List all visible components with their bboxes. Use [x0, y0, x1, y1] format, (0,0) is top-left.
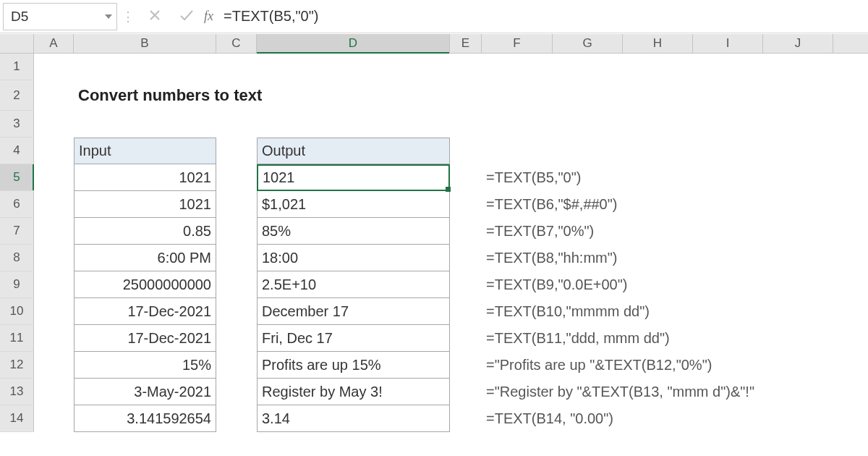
cell[interactable] — [763, 111, 833, 138]
cell-input[interactable]: 1021 — [74, 164, 216, 191]
cell[interactable] — [482, 111, 553, 138]
cell-input[interactable]: 0.85 — [74, 218, 216, 245]
cell[interactable] — [623, 245, 693, 271]
cell[interactable] — [693, 379, 763, 405]
cell[interactable] — [623, 325, 693, 352]
cell[interactable] — [216, 271, 257, 298]
table-header-output[interactable]: Output — [257, 138, 450, 164]
cell[interactable] — [34, 325, 74, 352]
cell[interactable] — [34, 352, 74, 379]
name-box-dropdown-icon[interactable] — [101, 14, 116, 19]
formula-input[interactable] — [219, 3, 868, 30]
row-header[interactable]: 1 — [0, 54, 34, 80]
cell[interactable] — [693, 191, 763, 218]
col-header-C[interactable]: C — [216, 34, 257, 53]
row-header[interactable]: 14 — [0, 405, 34, 432]
cell[interactable] — [450, 245, 482, 271]
col-header-B[interactable]: B — [74, 34, 216, 53]
cell[interactable] — [553, 325, 623, 352]
cell-output[interactable]: Register by May 3! — [257, 379, 450, 405]
cell[interactable] — [693, 271, 763, 298]
cell[interactable] — [450, 298, 482, 325]
cell-input[interactable]: 17-Dec-2021 — [74, 298, 216, 325]
cell[interactable] — [450, 379, 482, 405]
cell[interactable] — [34, 80, 74, 111]
cell[interactable] — [216, 138, 257, 164]
cell[interactable] — [553, 164, 623, 191]
row-header[interactable]: 4 — [0, 138, 34, 164]
cell[interactable] — [34, 138, 74, 164]
cell-input[interactable]: 6:00 PM — [74, 245, 216, 271]
cell[interactable] — [693, 218, 763, 245]
cell[interactable] — [34, 271, 74, 298]
cell[interactable] — [763, 298, 833, 325]
cell[interactable] — [693, 352, 763, 379]
cell[interactable] — [763, 80, 833, 111]
cell[interactable] — [450, 54, 482, 80]
cell[interactable] — [553, 218, 623, 245]
col-header-A[interactable]: A — [34, 34, 74, 53]
row-header[interactable]: 13 — [0, 379, 34, 405]
cell[interactable] — [216, 191, 257, 218]
cell[interactable] — [623, 271, 693, 298]
row-header[interactable]: 6 — [0, 191, 34, 218]
cell-formula[interactable]: ="Register by "&TEXT(B13, "mmm d")&"!" — [482, 379, 553, 405]
cell[interactable] — [450, 138, 482, 164]
cell-input[interactable]: 15% — [74, 352, 216, 379]
cell[interactable] — [34, 111, 74, 138]
row-header[interactable]: 10 — [0, 298, 34, 325]
cell[interactable] — [763, 271, 833, 298]
cell[interactable] — [763, 405, 833, 432]
cell[interactable] — [216, 111, 257, 138]
cell-input[interactable]: 3-May-2021 — [74, 379, 216, 405]
cell[interactable] — [450, 80, 482, 111]
cell[interactable] — [257, 54, 450, 80]
cell-output[interactable]: 85% — [257, 218, 450, 245]
cell[interactable] — [450, 325, 482, 352]
table-header-input[interactable]: Input — [74, 138, 216, 164]
select-all-corner[interactable] — [0, 34, 34, 53]
cell[interactable] — [216, 325, 257, 352]
row-header[interactable]: 3 — [0, 111, 34, 138]
cell[interactable] — [553, 111, 623, 138]
cell-input[interactable]: 17-Dec-2021 — [74, 325, 216, 352]
cell-formula[interactable]: =TEXT(B5,"0") — [482, 164, 553, 191]
cell[interactable] — [623, 111, 693, 138]
cell[interactable] — [553, 138, 623, 164]
cell[interactable] — [216, 298, 257, 325]
cell[interactable] — [763, 218, 833, 245]
cell[interactable] — [623, 352, 693, 379]
cell-input[interactable]: 3.141592654 — [74, 405, 216, 432]
cell-formula[interactable]: =TEXT(B14, "0.00") — [482, 405, 553, 432]
cell[interactable] — [623, 191, 693, 218]
col-header-E[interactable]: E — [450, 34, 482, 53]
row-header[interactable]: 11 — [0, 325, 34, 352]
cell-output[interactable]: $1,021 — [257, 191, 450, 218]
cell-output[interactable]: 3.14 — [257, 405, 450, 432]
cell[interactable] — [482, 80, 553, 111]
cell-formula[interactable]: =TEXT(B6,"$#,##0") — [482, 191, 553, 218]
cell[interactable] — [623, 405, 693, 432]
cell-output[interactable]: 2.5E+10 — [257, 271, 450, 298]
cell[interactable] — [450, 271, 482, 298]
cell[interactable] — [34, 405, 74, 432]
cell[interactable] — [623, 379, 693, 405]
cell-output[interactable]: 18:00 — [257, 245, 450, 271]
cancel-formula-button[interactable] — [139, 9, 171, 25]
col-header-H[interactable]: H — [623, 34, 693, 53]
cell-formula[interactable]: =TEXT(B8,"hh:mm") — [482, 245, 553, 271]
cell-input[interactable]: 1021 — [74, 191, 216, 218]
row-header[interactable]: 12 — [0, 352, 34, 379]
cell-formula[interactable]: =TEXT(B10,"mmmm dd") — [482, 298, 553, 325]
cell[interactable] — [216, 54, 257, 80]
cell[interactable] — [216, 245, 257, 271]
cell[interactable] — [216, 352, 257, 379]
cell[interactable] — [693, 298, 763, 325]
cell[interactable] — [553, 379, 623, 405]
cell[interactable] — [216, 218, 257, 245]
cell[interactable] — [553, 245, 623, 271]
cell[interactable] — [693, 325, 763, 352]
cell[interactable] — [553, 80, 623, 111]
cell[interactable] — [763, 54, 833, 80]
cell[interactable] — [763, 379, 833, 405]
